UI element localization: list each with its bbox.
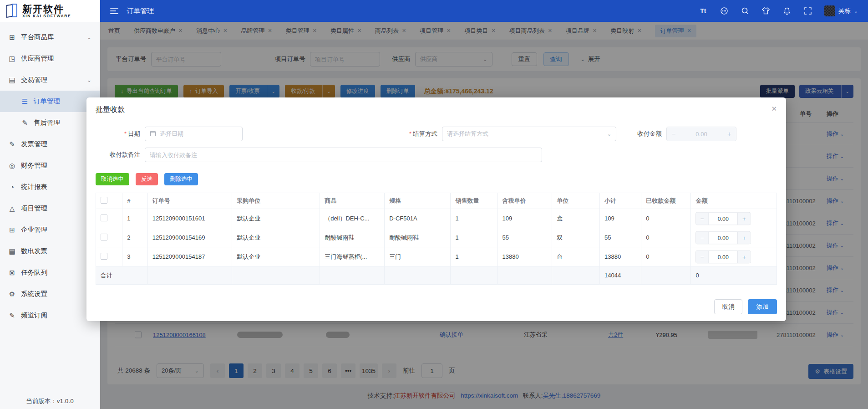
sidebar-item-label: 售后管理 <box>34 118 60 127</box>
app-root: 新开软件 XIN KAI SOFTWARE ⊞ 平台商品库 ⌄ ◳ 供应商管理 … <box>0 0 868 409</box>
remark-input[interactable] <box>145 148 542 162</box>
confirm-add-button[interactable]: 添加 <box>748 299 777 314</box>
sidebar-item-e-invoice[interactable]: ▤ 数电发票 <box>0 240 100 262</box>
cell-price: 55 <box>497 228 552 247</box>
row-checkbox[interactable] <box>101 215 107 221</box>
col-qty: 销售数量 <box>451 193 497 209</box>
chevron-down-icon: ⌄ <box>87 34 91 41</box>
amount-value[interactable]: 0.00 <box>709 251 738 263</box>
channel-icon: ✎ <box>8 312 16 320</box>
select-all-checkbox[interactable] <box>101 197 107 204</box>
sidebar-item-label: 企业管理 <box>21 225 47 234</box>
plus-icon[interactable]: + <box>738 212 751 225</box>
sidebar-item-aftersale-mgmt[interactable]: ✎ 售后管理 <box>0 112 100 133</box>
chevron-down-icon: ⌄ <box>607 131 611 137</box>
sidebar-item-channel-subscribe[interactable]: ✎ 频道订阅 <box>0 305 100 326</box>
enterprise-icon: ⊞ <box>8 226 16 234</box>
cancel-button[interactable]: 取消 <box>714 299 742 314</box>
amount-value[interactable]: 0.00 <box>709 212 738 225</box>
library-icon: ⊞ <box>8 33 16 41</box>
dialog-footer: 取消 添加 <box>714 299 777 314</box>
cell-spec: 三门 <box>385 247 451 266</box>
queue-icon: ⊠ <box>8 269 16 277</box>
chevron-down-icon: ⌄ <box>854 8 858 14</box>
minus-icon[interactable]: − <box>696 251 709 263</box>
table-total-row: 合计 14044 0 <box>96 266 777 285</box>
sidebar-item-label: 统计报表 <box>21 183 47 191</box>
collapse-menu-icon[interactable] <box>110 8 118 14</box>
remark-label: 收付款备注 <box>96 151 145 159</box>
total-label: 合计 <box>96 266 148 285</box>
sidebar-menu: ⊞ 平台商品库 ⌄ ◳ 供应商管理 ▤ 交易管理 ⌄ ☰ 订单管理 ✎ 售后管理 <box>0 22 100 326</box>
delete-selected-button[interactable]: 删除选中 <box>164 173 198 185</box>
sidebar-item-task-queue[interactable]: ⊠ 任务队列 ⌄ <box>0 262 100 283</box>
cell-buyer: 默认企业 <box>232 247 320 266</box>
sidebar-item-supplier-mgmt[interactable]: ◳ 供应商管理 <box>0 48 100 69</box>
sidebar-item-invoice-mgmt[interactable]: ✎ 发票管理 ⌄ <box>0 133 100 155</box>
notification-bell-icon[interactable] <box>782 6 792 15</box>
sidebar-item-system-settings[interactable]: ⚙ 系统设置 ⌄ <box>0 283 100 305</box>
sidebar-item-project-mgmt[interactable]: △ 项目管理 ⌄ <box>0 198 100 219</box>
col-price: 含税单价 <box>497 193 552 209</box>
invert-selection-button[interactable]: 反选 <box>136 173 158 185</box>
cell-spec: D-CF501A <box>385 209 451 228</box>
report-icon: ◔ <box>8 183 16 191</box>
row-checkbox[interactable] <box>101 234 107 240</box>
cell-subtotal: 109 <box>599 209 641 228</box>
settlement-label: *结算方式 <box>393 130 442 138</box>
amount-value[interactable]: 0.00 <box>709 231 738 244</box>
col-order-no: 订单号 <box>147 193 232 209</box>
order-list-icon: ☰ <box>21 97 29 106</box>
cell-product: 三门海鲜蒸柜(... <box>320 247 385 266</box>
plus-icon[interactable]: + <box>738 251 751 263</box>
plus-icon[interactable]: + <box>738 231 751 244</box>
cell-qty: 1 <box>451 247 497 266</box>
sidebar-item-trade-mgmt[interactable]: ▤ 交易管理 ⌄ <box>0 69 100 91</box>
cell-received: 0 <box>641 209 691 228</box>
avatar <box>824 5 835 16</box>
cell-order-no: 1251209000154169 <box>147 228 232 247</box>
sidebar: 新开软件 XIN KAI SOFTWARE ⊞ 平台商品库 ⌄ ◳ 供应商管理 … <box>0 0 100 409</box>
font-size-icon[interactable]: Tt <box>699 6 708 15</box>
sidebar-item-enterprise-mgmt[interactable]: ⊞ 企业管理 <box>0 219 100 240</box>
minus-icon[interactable]: − <box>696 231 709 244</box>
date-placeholder: 选择日期 <box>160 130 183 138</box>
cell-product: 耐酸碱雨鞋 <box>320 228 385 247</box>
date-picker-input[interactable]: 选择日期 <box>145 127 243 141</box>
cell-buyer: 默认企业 <box>232 209 320 228</box>
theme-skin-icon[interactable] <box>761 6 771 15</box>
user-menu[interactable]: 吴栋 ⌄ <box>824 5 858 16</box>
payment-items-table: # 订单号 采购单位 商品 规格 销售数量 含税单价 单位 小计 已收款金额 金… <box>96 193 777 285</box>
project-icon: △ <box>8 204 16 213</box>
close-icon[interactable]: ✕ <box>771 105 777 113</box>
cell-index: 1 <box>122 209 147 228</box>
sidebar-item-order-mgmt[interactable]: ☰ 订单管理 <box>0 91 100 112</box>
cell-buyer: 默认企业 <box>232 228 320 247</box>
cell-unit: 台 <box>552 247 600 266</box>
minus-icon[interactable]: − <box>696 212 709 225</box>
finance-icon: ◎ <box>8 162 16 170</box>
dialog-title: 批量收款 <box>86 97 786 118</box>
brand-subtitle: XIN KAI SOFTWARE <box>22 14 71 18</box>
minus-icon[interactable]: − <box>667 127 680 141</box>
sidebar-item-label: 供应商管理 <box>21 54 54 63</box>
sidebar-item-report[interactable]: ◔ 统计报表 ⌄ <box>0 176 100 198</box>
settlement-method-select[interactable]: 请选择结算方式 ⌄ <box>442 127 616 141</box>
message-icon[interactable] <box>720 6 729 15</box>
sidebar-item-platform-library[interactable]: ⊞ 平台商品库 ⌄ <box>0 26 100 48</box>
payment-item-row: 2 1251209000154169 默认企业 耐酸碱雨鞋 耐酸碱雨鞋 1 55… <box>96 228 777 247</box>
row-checkbox[interactable] <box>101 253 107 260</box>
sidebar-item-label: 系统设置 <box>21 290 47 298</box>
sidebar-item-finance-mgmt[interactable]: ◎ 财务管理 ⌄ <box>0 155 100 176</box>
search-icon[interactable] <box>741 6 750 15</box>
app-version: 当前版本：v1.0.0 <box>0 397 100 405</box>
calendar-icon <box>150 130 156 138</box>
pay-amount-value[interactable]: 0.00 <box>680 127 722 141</box>
fullscreen-icon[interactable] <box>803 6 812 15</box>
door-logo-icon <box>6 4 18 18</box>
unselect-button[interactable]: 取消选中 <box>96 173 129 185</box>
cell-product: （deli）DEH-C... <box>320 209 385 228</box>
table-header-row: # 订单号 采购单位 商品 规格 销售数量 含税单价 单位 小计 已收款金额 金… <box>96 193 777 209</box>
amount-stepper: −0.00+ <box>695 250 751 263</box>
plus-icon[interactable]: + <box>722 127 736 141</box>
